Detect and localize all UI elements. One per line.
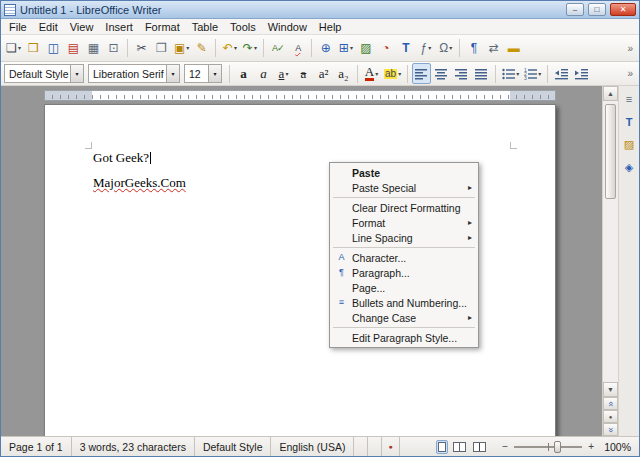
justify-button[interactable] (472, 63, 491, 84)
menu-edit[interactable]: Edit (33, 20, 64, 34)
highlight-color-button[interactable]: ab ▾ (382, 63, 403, 84)
chevron-down-icon[interactable]: ▾ (375, 71, 378, 77)
menu-insert[interactable]: Insert (99, 20, 139, 34)
insert-text-box-button[interactable]: T (396, 38, 415, 59)
minimize-button[interactable]: – (566, 3, 584, 16)
menu-table[interactable]: Table (186, 20, 224, 34)
bold-button[interactable]: a (234, 63, 253, 84)
text-line-1-content[interactable]: Got Geek? (93, 150, 149, 165)
chevron-down-icon[interactable]: ▾ (234, 45, 237, 51)
special-character-button[interactable]: Ω ▾ (436, 38, 455, 59)
chevron-down-icon[interactable]: ▾ (18, 45, 21, 51)
chevron-down-icon[interactable]: ▾ (186, 45, 189, 51)
insert-field-button[interactable]: ƒ ▾ (416, 38, 435, 59)
text-line-1[interactable]: Got Geek? (93, 151, 186, 165)
document-page[interactable]: Got Geek? MajorGeeks.Com (44, 104, 556, 436)
chevron-down-icon[interactable]: ▾ (538, 71, 541, 77)
context-menu-item-edit-paragraph-style[interactable]: Edit Paragraph Style... (331, 330, 477, 345)
insert-comment-button[interactable]: ▬ (504, 38, 523, 59)
context-menu-item-line-spacing[interactable]: Line Spacing ▸ (331, 230, 477, 245)
italic-button[interactable]: a (254, 63, 273, 84)
insert-mode-status[interactable] (354, 437, 368, 456)
sidebar-settings-button[interactable]: ≡ (621, 90, 638, 107)
align-right-button[interactable] (452, 63, 471, 84)
bullet-list-button[interactable]: ▾ (500, 63, 521, 84)
zoom-slider[interactable] (514, 440, 582, 454)
sidebar-tab-properties[interactable]: T (621, 113, 638, 130)
menu-view[interactable]: View (64, 20, 100, 34)
selection-mode-status[interactable] (368, 437, 382, 456)
context-menu-item-paste[interactable]: Paste (331, 165, 477, 180)
underline-button[interactable]: a ▾ (274, 63, 293, 84)
menu-file[interactable]: File (3, 20, 33, 34)
zoom-level[interactable]: 100% (602, 441, 639, 453)
menu-format[interactable]: Format (139, 20, 186, 34)
context-menu-item-character[interactable]: A Character... (331, 250, 477, 265)
page-number-status[interactable]: Page 1 of 1 (1, 437, 72, 456)
new-document-button[interactable]: ❏ ▾ (4, 38, 23, 59)
single-page-view-button[interactable] (436, 440, 448, 454)
navigation-button[interactable]: ● (603, 410, 618, 423)
language-status[interactable]: English (USA) (271, 437, 354, 456)
auto-spellcheck-button[interactable]: A (288, 38, 307, 59)
titlebar[interactable]: Untitled 1 - LibreOffice Writer – □ ✕ (1, 1, 639, 19)
document-text[interactable]: Got Geek? MajorGeeks.Com (93, 151, 186, 190)
menu-help[interactable]: Help (313, 20, 348, 34)
scrollbar-track[interactable] (603, 101, 618, 382)
formatting-marks-button[interactable]: ¶ (464, 38, 483, 59)
open-button[interactable]: ❒ (24, 38, 43, 59)
chevron-down-icon[interactable]: ▾ (285, 71, 288, 77)
chevron-down-icon[interactable]: ▾ (398, 71, 401, 77)
spelling-button[interactable]: A✓ (268, 38, 287, 59)
document-canvas[interactable]: Got Geek? MajorGeeks.Com Paste Paste Spe… (1, 86, 602, 436)
increase-indent-button[interactable] (572, 63, 591, 84)
redo-button[interactable]: ↷ ▾ (240, 38, 259, 59)
toolbar-overflow-button[interactable]: » (624, 68, 636, 79)
sidebar-tab-gallery[interactable]: ▨ (621, 136, 638, 153)
cut-button[interactable]: ✂ (132, 38, 151, 59)
text-line-2[interactable]: MajorGeeks.Com (93, 176, 186, 190)
print-button[interactable]: ▦ (84, 38, 103, 59)
zoom-slider-thumb[interactable] (554, 441, 561, 453)
chevron-down-icon[interactable]: ▾ (166, 65, 179, 82)
scroll-down-button[interactable]: ▼ (603, 382, 618, 397)
strikethrough-button[interactable]: a (294, 63, 313, 84)
chevron-down-icon[interactable]: ▾ (449, 45, 452, 51)
document-modified-status[interactable]: ● (382, 437, 399, 456)
chevron-down-icon[interactable]: ▾ (350, 45, 353, 51)
align-left-button[interactable] (412, 63, 431, 84)
numbered-list-button[interactable]: 123 ▾ (522, 63, 543, 84)
chevron-down-icon[interactable]: ▾ (428, 45, 431, 51)
chevron-down-icon[interactable]: ▾ (208, 65, 221, 82)
decrease-indent-button[interactable] (552, 63, 571, 84)
superscript-button[interactable]: a² (314, 63, 333, 84)
paragraph-style-combobox[interactable]: Default Style ▾ (4, 64, 84, 83)
chevron-down-icon[interactable]: ▾ (70, 65, 83, 82)
paste-button[interactable]: ▣ ▾ (172, 38, 191, 59)
context-menu-item-change-case[interactable]: Change Case ▸ (331, 310, 477, 325)
hyperlink-button[interactable]: ⊕ (316, 38, 335, 59)
scrollbar-thumb[interactable] (605, 104, 616, 199)
horizontal-ruler[interactable] (44, 90, 556, 101)
insert-chart-button[interactable]: ◔ (376, 38, 395, 59)
clone-formatting-button[interactable]: ✎ (192, 38, 211, 59)
menu-window[interactable]: Window (262, 20, 313, 34)
print-preview-button[interactable]: ⊡ (104, 38, 123, 59)
previous-page-button[interactable]: « (603, 397, 618, 410)
vertical-scrollbar[interactable]: ▲ ▼ « ● » (602, 86, 618, 436)
context-menu-item-clear-direct-formatting[interactable]: Clear Direct Formatting (331, 200, 477, 215)
subscript-button[interactable]: a₂ (334, 63, 353, 84)
context-menu-item-bullets-and-numbering[interactable]: ≡ Bullets and Numbering... (331, 295, 477, 310)
find-replace-button[interactable]: ⇄ (484, 38, 503, 59)
copy-button[interactable]: ❐ (152, 38, 171, 59)
insert-table-button[interactable]: ⊞ ▾ (336, 38, 355, 59)
word-count-status[interactable]: 3 words, 23 characters (72, 437, 195, 456)
save-button[interactable]: ◫ (44, 38, 63, 59)
close-button[interactable]: ✕ (610, 3, 636, 16)
font-name-combobox[interactable]: Liberation Serif ▾ (88, 64, 180, 83)
zoom-in-button[interactable]: + (586, 441, 596, 452)
insert-image-button[interactable]: ▨ (356, 38, 375, 59)
undo-button[interactable]: ↶ ▾ (220, 38, 239, 59)
menu-tools[interactable]: Tools (224, 20, 262, 34)
sidebar-tab-navigator[interactable]: ◈ (621, 159, 638, 176)
